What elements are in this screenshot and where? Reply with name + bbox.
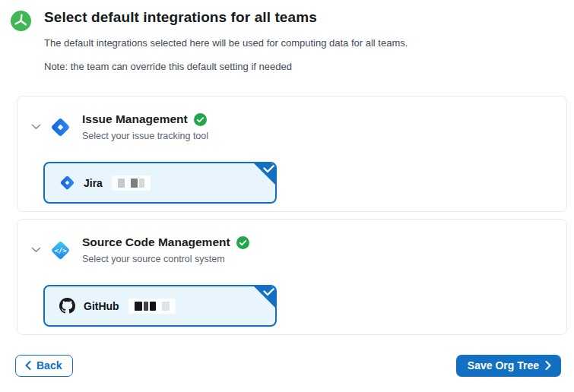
section-subtitle: Select your source control system <box>82 254 249 264</box>
page-description: The default integrations selected here w… <box>44 37 408 49</box>
section-issue-management: Issue Management Select your issue track… <box>17 96 567 212</box>
tool-name: Jira <box>84 177 103 189</box>
chevron-right-icon <box>545 361 551 370</box>
green-check-icon <box>236 236 249 249</box>
section-title: Source Code Management <box>82 236 230 249</box>
section-source-code-management: </> Source Code Management Select your s… <box>17 219 567 335</box>
jira-icon <box>59 175 75 191</box>
selected-corner-check-icon <box>252 285 277 309</box>
redacted-text <box>128 299 176 314</box>
chevron-down-icon[interactable] <box>30 122 41 132</box>
back-button-label: Back <box>36 359 62 371</box>
footer: Back Save Org Tree <box>15 355 561 377</box>
section-header: Issue Management Select your issue track… <box>30 112 566 141</box>
save-button-label: Save Org Tree <box>468 359 539 371</box>
jira-diamond-icon <box>49 116 71 138</box>
tool-name: GitHub <box>84 300 119 312</box>
page-title: Select default integrations for all team… <box>44 9 408 26</box>
section-title: Issue Management <box>82 112 188 126</box>
tool-card-jira[interactable]: Jira <box>43 162 277 204</box>
page-header: Select default integrations for all team… <box>0 0 574 72</box>
code-diamond-icon: </> <box>49 239 71 261</box>
svg-text:</>: </> <box>54 246 66 254</box>
tool-card-github[interactable]: GitHub <box>43 285 277 327</box>
integration-sections: Issue Management Select your issue track… <box>17 96 567 335</box>
section-subtitle: Select your issue tracking tool <box>82 131 208 141</box>
page-note: Note: the team can override this default… <box>44 61 408 72</box>
chevron-down-icon[interactable] <box>30 245 41 255</box>
section-header: </> Source Code Management Select your s… <box>30 236 566 264</box>
chevron-left-icon <box>25 361 31 370</box>
redacted-text <box>112 175 151 191</box>
app-logo-icon <box>11 11 31 31</box>
save-org-tree-button[interactable]: Save Org Tree <box>456 355 561 377</box>
back-button[interactable]: Back <box>15 355 73 377</box>
green-check-icon <box>194 113 207 126</box>
selected-corner-check-icon <box>252 162 277 186</box>
github-icon <box>59 298 75 314</box>
